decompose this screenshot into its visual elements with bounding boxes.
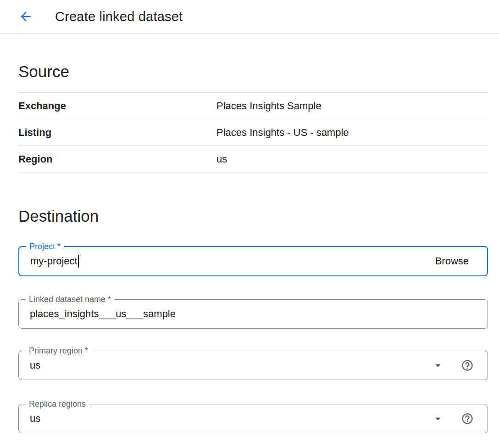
exchange-value: Places Insights Sample xyxy=(216,100,322,112)
project-input[interactable]: Project * my-project Browse xyxy=(18,246,488,276)
replica-regions-dropdown[interactable]: Replica regions us xyxy=(18,404,488,433)
source-row-region: Region us xyxy=(18,146,488,173)
dataset-name-field-value: places_insights___us___sample xyxy=(30,308,176,320)
header: Create linked dataset xyxy=(0,0,499,34)
primary-region-field-value: us xyxy=(30,359,40,371)
destination-heading: Destination xyxy=(18,207,488,226)
primary-region-help-button[interactable] xyxy=(460,358,475,373)
help-icon xyxy=(461,412,474,425)
source-heading: Source xyxy=(18,62,488,92)
browse-button[interactable]: Browse xyxy=(435,255,469,267)
dropdown-arrow-icon xyxy=(432,412,444,425)
project-field-value: my-project xyxy=(30,255,78,267)
replica-regions-help-button[interactable] xyxy=(460,411,475,426)
text-cursor xyxy=(78,255,79,268)
listing-value: Places Insights - US - sample xyxy=(216,127,349,139)
region-label: Region xyxy=(18,153,216,165)
source-rows: Exchange Places Insights Sample Listing … xyxy=(18,92,488,173)
dropdown-arrow-icon xyxy=(432,359,444,372)
source-row-exchange: Exchange Places Insights Sample xyxy=(18,93,488,119)
main-content: Source Exchange Places Insights Sample L… xyxy=(0,62,499,433)
primary-region-dropdown[interactable]: Primary region * us xyxy=(18,351,488,380)
primary-region-field-label: Primary region * xyxy=(25,346,92,356)
dataset-name-field-label: Linked dataset name * xyxy=(25,294,115,304)
page-title: Create linked dataset xyxy=(55,9,183,24)
listing-label: Listing xyxy=(18,127,216,139)
back-button[interactable] xyxy=(17,7,35,26)
source-row-listing: Listing Places Insights - US - sample xyxy=(18,119,488,146)
region-value: us xyxy=(216,153,227,165)
replica-regions-field-label: Replica regions xyxy=(25,399,89,409)
exchange-label: Exchange xyxy=(18,100,216,112)
linked-dataset-name-input[interactable]: Linked dataset name * places_insights___… xyxy=(18,299,488,329)
replica-regions-field-value: us xyxy=(30,413,40,425)
project-field-label: Project * xyxy=(26,241,64,252)
arrow-back-icon xyxy=(18,9,33,24)
help-icon xyxy=(461,359,474,372)
